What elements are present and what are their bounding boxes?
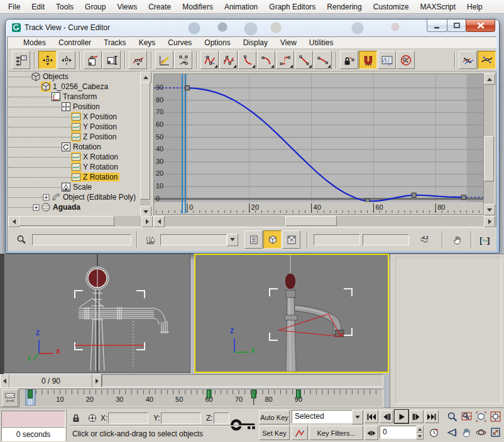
selection-set-dropdown-button[interactable] — [352, 410, 363, 424]
scroll-right-button[interactable] — [141, 216, 153, 227]
show-tangents-button[interactable] — [459, 51, 477, 69]
default-tangent-button[interactable] — [292, 426, 308, 440]
name-filter-field[interactable] — [160, 234, 227, 245]
field-of-view-button[interactable] — [445, 426, 459, 439]
menu-maxscript[interactable]: MAXScript — [414, 1, 461, 13]
tree-horizontal-scrollbar[interactable] — [8, 216, 151, 226]
menu-edit[interactable]: Edit — [26, 1, 50, 13]
edit-keys-mode-button[interactable] — [244, 230, 263, 249]
go-to-end-button[interactable] — [425, 410, 439, 423]
next-frame-button[interactable] — [410, 410, 424, 423]
scale-keys-button[interactable] — [84, 51, 102, 69]
set-tangents-slow-button[interactable] — [257, 51, 275, 69]
set-tangents-step-button[interactable] — [276, 51, 294, 69]
key-mode-toggle[interactable] — [364, 426, 378, 440]
key-value-field[interactable] — [363, 234, 409, 245]
minimize-button[interactable] — [427, 19, 447, 32]
menu-animation[interactable]: Animation — [219, 1, 263, 13]
cue-menu-tracks[interactable]: Tracks — [97, 38, 133, 48]
tree-row-y-rotation[interactable]: Y Rotation — [8, 162, 140, 172]
maximize-viewport-toggle-button[interactable] — [488, 426, 502, 439]
maxscript-mini-listener[interactable] — [1, 411, 65, 427]
move-keys-button[interactable] — [38, 51, 57, 69]
key-stats-precision-icon[interactable]: 4.2 — [413, 232, 437, 248]
scroll-right-button[interactable] — [484, 216, 495, 227]
key-time-field[interactable] — [314, 234, 360, 245]
tree-row-aguada[interactable]: Aguada — [8, 202, 140, 212]
curves-mode-button[interactable] — [263, 230, 282, 249]
go-to-start-button[interactable] — [364, 410, 378, 423]
snap-frames-button[interactable] — [359, 51, 377, 69]
auto-key-button[interactable]: Auto Key — [259, 410, 290, 424]
open-mini-curve-editor-button[interactable] — [2, 389, 18, 407]
menu-create[interactable]: Create — [143, 1, 177, 13]
cue-menu-keys[interactable]: Keys — [133, 38, 162, 48]
cue-menu-controller[interactable]: Controller — [52, 38, 97, 48]
close-button[interactable] — [466, 19, 495, 32]
tree-row-y-position[interactable]: Y Position — [8, 122, 140, 132]
scroll-thumb[interactable] — [19, 216, 114, 226]
key-filters-button[interactable]: Key Filters... — [309, 426, 363, 440]
menu-views[interactable]: Views — [111, 1, 143, 13]
time-slider-track[interactable] — [102, 374, 383, 387]
key-stats-field[interactable] — [32, 234, 131, 245]
menu-help[interactable]: Help — [461, 1, 488, 13]
maximize-button[interactable] — [447, 19, 466, 32]
menu-graph-editors[interactable]: Graph Editors — [263, 1, 321, 13]
filters-button[interactable]: ? — [12, 51, 30, 69]
time-tag[interactable]: 0 seconds — [1, 427, 65, 441]
controller-tree[interactable]: Objects1_0256_CabezaTransformPositionX P… — [8, 72, 140, 216]
show-keyable-icons-button[interactable] — [397, 51, 415, 69]
scroll-thumb[interactable] — [484, 136, 494, 181]
absolute-mode-toggle[interactable] — [87, 412, 98, 424]
scroll-up-button[interactable] — [140, 72, 151, 83]
previous-frame-arrow[interactable] — [0, 374, 9, 388]
tree-row-object-editable-poly-[interactable]: Object (Editable Poly) — [8, 192, 140, 202]
tree-row-scale[interactable]: Scale — [8, 182, 140, 192]
menu-file[interactable]: File — [3, 1, 26, 13]
curve-plot[interactable]: 0102030405060708090 — [153, 73, 484, 203]
next-frame-arrow[interactable] — [92, 374, 102, 388]
play-button[interactable] — [395, 410, 408, 423]
time-slider-handle[interactable]: 0 / 90 — [9, 374, 92, 388]
draw-curves-button[interactable] — [155, 51, 173, 69]
tree-row-z-rotation[interactable]: Z Rotation — [8, 172, 140, 182]
window-titlebar[interactable]: Track View - Curve Editor — [6, 19, 499, 36]
frame-spinner[interactable] — [416, 426, 424, 439]
zoom-region-button[interactable]: [] — [476, 232, 495, 248]
tree-vertical-scrollbar[interactable] — [140, 72, 150, 216]
tree-row-objects[interactable]: Objects — [8, 72, 140, 82]
tree-row-position[interactable]: Position — [8, 102, 140, 112]
cue-menu-utilities[interactable]: Utilities — [303, 38, 340, 48]
zoom-button[interactable] — [445, 410, 459, 423]
select-by-name-icon[interactable]: [ ]ABC — [143, 232, 160, 248]
lock-selection-button[interactable] — [340, 51, 358, 69]
tree-row-x-rotation[interactable]: X Rotation — [8, 152, 140, 162]
set-tangents-fast-button[interactable] — [238, 51, 256, 69]
menu-rendering[interactable]: Rendering — [321, 1, 367, 13]
track-view-window[interactable]: Track View - Curve Editor ModesControlle… — [5, 19, 500, 254]
scroll-up-button[interactable] — [484, 73, 495, 85]
set-tangents-smooth-button[interactable] — [314, 51, 332, 69]
param-curve-out-of-range-button[interactable] — [378, 51, 396, 69]
scroll-down-button[interactable] — [484, 204, 495, 215]
cue-menu-options[interactable]: Options — [198, 38, 236, 48]
menu-group[interactable]: Group — [79, 1, 111, 13]
tree-row-z-position[interactable]: Z Position — [8, 132, 140, 142]
menu-modifiers[interactable]: Modifiers — [177, 1, 219, 13]
menu-tools[interactable]: Tools — [50, 1, 79, 13]
set-key-button[interactable]: Set Key — [259, 426, 290, 440]
cue-menu-curves[interactable]: Curves — [162, 38, 198, 48]
zoom-all-button[interactable] — [459, 410, 473, 423]
pan-view-button[interactable] — [459, 426, 473, 439]
dope-sheet-mode-button[interactable] — [282, 230, 300, 249]
tree-row-transform[interactable]: Transform — [8, 92, 140, 102]
slide-keys-button[interactable] — [57, 51, 75, 69]
x-coordinate-field[interactable] — [108, 412, 148, 424]
time-ruler[interactable]: 020406080 — [153, 202, 484, 215]
zoom-extents-button[interactable] — [474, 410, 488, 423]
set-tangents-linear-button[interactable] — [295, 51, 313, 69]
menu-customize[interactable]: Customize — [368, 1, 415, 13]
selection-lock-toggle[interactable] — [70, 412, 82, 424]
name-filter-dropdown-button[interactable] — [227, 234, 238, 246]
